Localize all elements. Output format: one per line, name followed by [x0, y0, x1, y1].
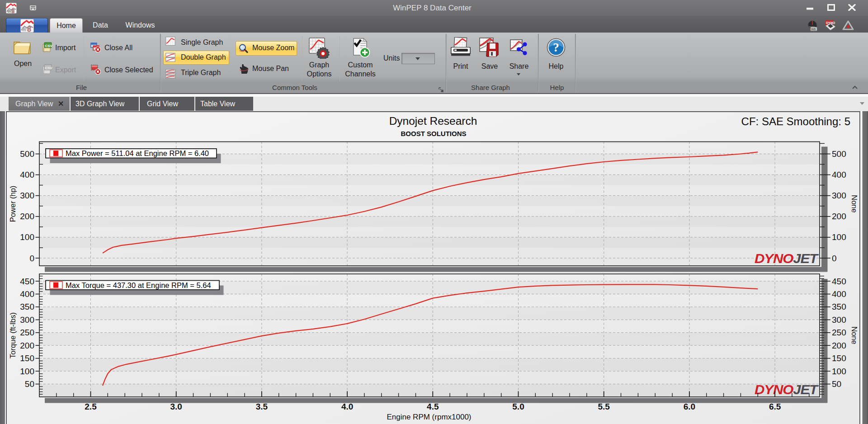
svg-text:CF: SAE Smoothing: 5: CF: SAE Smoothing: 5	[741, 115, 850, 127]
svg-text:500: 500	[20, 149, 34, 159]
svg-text:0: 0	[832, 254, 837, 263]
svg-text:6.0: 6.0	[684, 402, 695, 411]
svg-text:300: 300	[20, 191, 34, 200]
svg-text:None: None	[850, 195, 859, 212]
svg-text:200: 200	[20, 341, 34, 350]
svg-text:250: 250	[20, 328, 34, 337]
svg-text:300: 300	[832, 191, 846, 200]
svg-text:4.5: 4.5	[427, 402, 439, 411]
svg-text:100: 100	[20, 232, 34, 242]
svg-text:150: 150	[20, 353, 34, 363]
svg-text:Max Torque = 437.30 at Engine: Max Torque = 437.30 at Engine RPM = 5.64	[66, 281, 211, 289]
svg-text:3.0: 3.0	[170, 402, 182, 411]
svg-text:None: None	[850, 326, 859, 344]
svg-text:400: 400	[832, 289, 846, 299]
svg-text:200: 200	[20, 212, 34, 221]
svg-text:400: 400	[20, 289, 34, 299]
svg-text:100: 100	[20, 367, 34, 376]
svg-text:100: 100	[832, 232, 846, 242]
svg-text:250: 250	[832, 328, 846, 337]
svg-text:6.5: 6.5	[769, 402, 781, 411]
svg-text:100: 100	[832, 367, 846, 376]
svg-text:BOOST SOLUTIONS: BOOST SOLUTIONS	[401, 130, 466, 137]
svg-text:DYNOJET: DYNOJET	[755, 251, 819, 266]
svg-text:300: 300	[20, 315, 34, 325]
svg-text:Dynojet Research: Dynojet Research	[389, 115, 477, 127]
svg-text:150: 150	[832, 353, 846, 363]
svg-text:Power (hp): Power (hp)	[9, 186, 17, 222]
svg-text:400: 400	[20, 170, 34, 179]
svg-text:50: 50	[832, 379, 841, 389]
svg-text:400: 400	[832, 170, 846, 179]
svg-text:450: 450	[20, 277, 34, 286]
svg-text:Engine RPM (rpmx1000): Engine RPM (rpmx1000)	[387, 413, 471, 421]
svg-text:50: 50	[25, 379, 34, 389]
svg-text:2.5: 2.5	[85, 402, 97, 411]
svg-text:5.0: 5.0	[512, 402, 524, 411]
svg-text:350: 350	[20, 302, 34, 311]
svg-text:Torque (ft-lbs): Torque (ft-lbs)	[9, 312, 17, 358]
svg-text:200: 200	[832, 341, 846, 350]
svg-text:Max Power = 511.04 at Engine R: Max Power = 511.04 at Engine RPM = 6.40	[66, 149, 209, 157]
svg-text:450: 450	[832, 277, 846, 286]
svg-text:4.0: 4.0	[341, 402, 353, 411]
svg-text:300: 300	[832, 315, 846, 325]
svg-text:500: 500	[832, 149, 846, 159]
svg-text:3.5: 3.5	[256, 402, 268, 411]
svg-text:0: 0	[29, 254, 34, 263]
svg-text:350: 350	[832, 302, 846, 311]
svg-text:200: 200	[832, 212, 846, 221]
svg-text:5.5: 5.5	[598, 402, 610, 411]
